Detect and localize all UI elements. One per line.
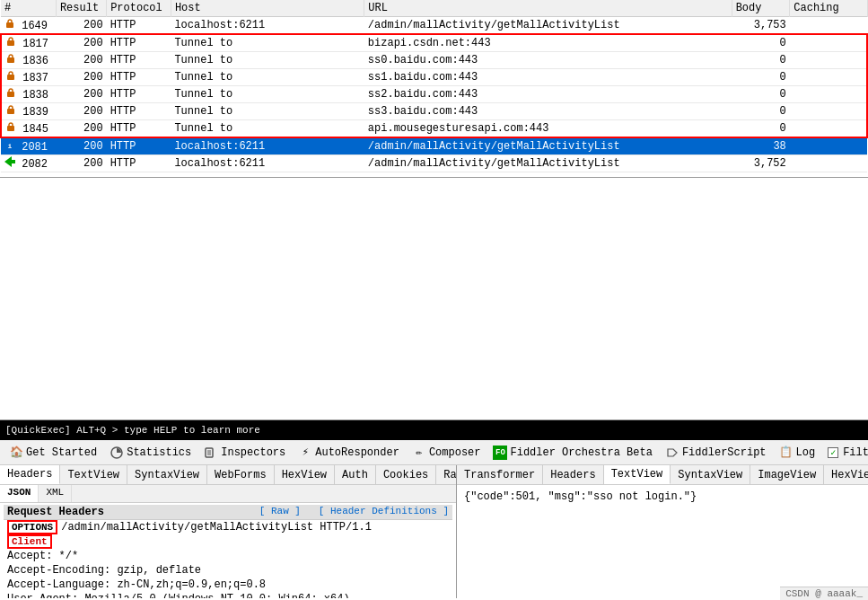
- sub-tab-json[interactable]: JSON: [0, 485, 39, 502]
- tab-webforms[interactable]: WebForms: [207, 465, 275, 484]
- tab-transformer[interactable]: Transformer: [457, 465, 543, 484]
- svg-marker-9: [4, 156, 15, 167]
- row-icon: [5, 89, 16, 101]
- quickexec-text: [QuickExec] ALT+Q > type HELP to learn m…: [5, 425, 260, 436]
- traffic-area: # Result Protocol Host URL Body Caching …: [0, 0, 868, 178]
- left-sub-tab-bar: JSON XML: [0, 485, 456, 503]
- col-header-result[interactable]: Result: [56, 0, 106, 17]
- header-item: User-Agent: Mozilla/5.0 (Windows NT 10.0…: [4, 592, 452, 598]
- raw-link[interactable]: [ Raw ]: [259, 506, 301, 516]
- row-icon: [4, 20, 15, 32]
- tab-cookies[interactable]: Cookies: [376, 465, 436, 484]
- table-row[interactable]: 1836: [1, 52, 56, 69]
- toolbar-autoresponder-label: AutoResponder: [315, 446, 399, 459]
- col-header-host[interactable]: Host: [171, 0, 364, 17]
- table-row[interactable]: 1845: [1, 120, 56, 138]
- right-panel: Transformer Headers TextView SyntaxView …: [457, 465, 868, 598]
- header-item: Accept: */*: [4, 549, 452, 563]
- tab-headers[interactable]: Headers: [0, 465, 60, 484]
- toolbar-statistics-label: Statistics: [127, 446, 191, 459]
- client-section: Client: [4, 534, 452, 549]
- right-tab-bar: Transformer Headers TextView SyntaxView …: [457, 465, 868, 485]
- sub-tab-xml[interactable]: XML: [39, 485, 72, 502]
- toolbar-filters-label: Filters: [843, 446, 868, 459]
- filters-checkbox[interactable]: ✓: [828, 447, 838, 458]
- row-icon: i: [4, 141, 15, 154]
- svg-rect-0: [6, 22, 13, 28]
- toolbar-fiddlerscript[interactable]: FiddlerScript: [660, 444, 772, 462]
- tab-r-headers[interactable]: Headers: [543, 465, 603, 484]
- toolbar-inspectors[interactable]: Inspectors: [198, 444, 291, 462]
- left-tab-bar: Headers TextView SyntaxView WebForms Hex…: [0, 465, 456, 485]
- left-panel-content: Request Headers [ Raw ] [ Header Definit…: [0, 503, 456, 598]
- toolbar-autoresponder[interactable]: ⚡ AutoResponder: [293, 444, 405, 462]
- tab-r-hexview[interactable]: HexView: [824, 465, 868, 484]
- method-badge: OPTIONS: [7, 520, 57, 534]
- svg-text:i: i: [8, 142, 13, 150]
- svg-rect-5: [7, 109, 14, 114]
- bottom-panels: Headers TextView SyntaxView WebForms Hex…: [0, 465, 868, 598]
- header-item: Accept-Encoding: gzip, deflate: [4, 563, 452, 578]
- tab-hexview[interactable]: HexView: [275, 465, 335, 484]
- status-text: CSDN @ aaaak_: [785, 588, 863, 599]
- header-item: Accept-Language: zh-CN,zh;q=0.9,en;q=0.8: [4, 578, 452, 592]
- auto-icon: ⚡: [298, 446, 312, 460]
- table-row[interactable]: 1837: [1, 69, 56, 86]
- status-bar: CSDN @ aaaak_: [780, 587, 868, 600]
- col-header-protocol[interactable]: Protocol: [107, 0, 171, 17]
- row-icon: [5, 72, 16, 84]
- toolbar-log[interactable]: 📋 Log: [774, 444, 821, 462]
- toolbar-orchestra[interactable]: FO Fiddler Orchestra Beta: [487, 444, 657, 462]
- svg-rect-6: [7, 126, 14, 131]
- table-row[interactable]: 1649: [1, 17, 56, 35]
- script-icon: [665, 446, 679, 460]
- table-row[interactable]: 1839: [1, 103, 56, 120]
- header-defs-link[interactable]: [ Header Definitions ]: [319, 506, 449, 516]
- toolbar-statistics[interactable]: Statistics: [104, 444, 197, 462]
- col-header-body[interactable]: Body: [732, 0, 790, 17]
- client-badge: Client: [7, 534, 52, 549]
- tab-r-imageview[interactable]: ImageView: [750, 465, 824, 484]
- tab-r-textview[interactable]: TextView: [604, 465, 671, 484]
- orchestra-icon: FO: [493, 446, 507, 460]
- toolbar-composer-label: Composer: [429, 446, 481, 459]
- table-row[interactable]: 1817: [1, 34, 56, 52]
- tab-raw[interactable]: Raw: [436, 465, 456, 484]
- svg-rect-1: [7, 40, 14, 46]
- svg-rect-4: [7, 92, 14, 97]
- table-row[interactable]: 2082: [1, 155, 56, 172]
- log-icon: 📋: [779, 446, 793, 460]
- col-header-url[interactable]: URL: [364, 0, 732, 17]
- svg-rect-2: [7, 57, 14, 63]
- svg-rect-3: [7, 75, 14, 80]
- request-line: OPTIONS/admin/mallActivity/getMallActivi…: [4, 520, 452, 534]
- tab-syntaxview[interactable]: SyntaxView: [127, 465, 207, 484]
- row-icon: [4, 158, 15, 171]
- table-row[interactable]: 1838: [1, 86, 56, 103]
- quickexec-bar[interactable]: [QuickExec] ALT+Q > type HELP to learn m…: [0, 420, 868, 440]
- row-icon: [5, 106, 16, 119]
- json-response: {"code":501, "msg":"sso not login."}: [460, 487, 868, 507]
- row-icon: [5, 55, 16, 67]
- toolbar-inspectors-label: Inspectors: [221, 446, 285, 459]
- col-header-caching[interactable]: Caching: [790, 0, 867, 17]
- toolbar-filters[interactable]: ✓ Filters: [822, 445, 868, 461]
- middle-area: [0, 178, 868, 420]
- toolbar-get-started-label: Get Started: [26, 446, 97, 459]
- right-panel-content: {"code":501, "msg":"sso not login."}: [457, 485, 868, 598]
- header-links[interactable]: [ Raw ] [ Header Definitions ]: [259, 506, 449, 518]
- row-icon: [5, 123, 16, 136]
- compose-icon: ✏️: [412, 446, 426, 460]
- tab-textview[interactable]: TextView: [60, 465, 127, 484]
- table-row[interactable]: i 2081: [1, 137, 56, 155]
- row-icon: [5, 38, 16, 50]
- traffic-table: # Result Protocol Host URL Body Caching …: [0, 0, 868, 172]
- col-header-num[interactable]: #: [1, 0, 56, 17]
- tab-r-syntaxview[interactable]: SyntaxView: [671, 465, 750, 484]
- request-path: /admin/mallActivity/getMallActivityList …: [61, 521, 372, 534]
- toolbar: 🏠 Get Started Statistics Inspectors ⚡ Au…: [0, 440, 868, 465]
- home-icon: 🏠: [9, 446, 23, 460]
- toolbar-get-started[interactable]: 🏠 Get Started: [4, 444, 102, 462]
- toolbar-composer[interactable]: ✏️ Composer: [407, 444, 487, 462]
- tab-auth[interactable]: Auth: [335, 465, 376, 484]
